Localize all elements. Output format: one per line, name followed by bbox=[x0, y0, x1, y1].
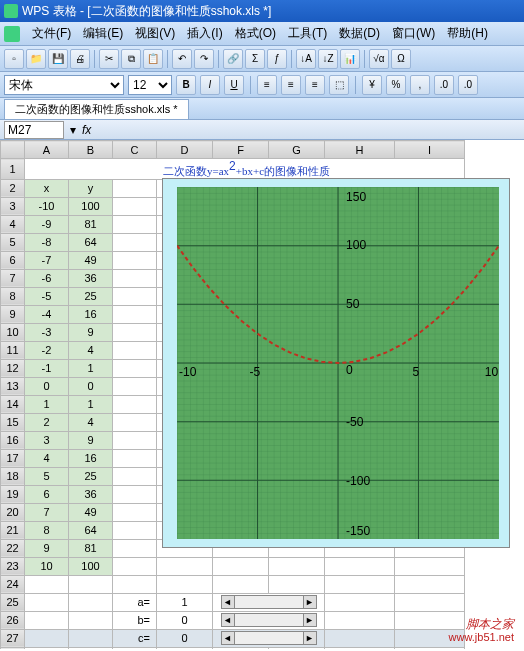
sort-asc-button[interactable]: ↓A bbox=[296, 49, 316, 69]
cell[interactable] bbox=[113, 557, 157, 575]
y-header[interactable]: y bbox=[69, 179, 113, 197]
y-cell[interactable]: 64 bbox=[69, 521, 113, 539]
underline-button[interactable]: U bbox=[224, 75, 244, 95]
x-cell[interactable]: 4 bbox=[25, 449, 69, 467]
equation-button[interactable]: √α bbox=[369, 49, 389, 69]
embedded-chart[interactable]: 15010050 0 -50-100-150 -10-5510 bbox=[162, 178, 510, 548]
y-cell[interactable]: 4 bbox=[69, 413, 113, 431]
row-header-1[interactable]: 1 bbox=[1, 159, 25, 180]
name-box[interactable]: M27 bbox=[4, 121, 64, 139]
row-header-27[interactable]: 27 bbox=[1, 629, 25, 647]
param-label[interactable]: a= bbox=[113, 593, 157, 611]
row-header-28[interactable]: 28 bbox=[1, 647, 25, 649]
row-header-17[interactable]: 17 bbox=[1, 449, 25, 467]
x-cell[interactable]: 10 bbox=[25, 557, 69, 575]
x-cell[interactable]: -10 bbox=[25, 197, 69, 215]
cell[interactable] bbox=[395, 647, 465, 649]
cell[interactable] bbox=[213, 647, 269, 649]
cell[interactable] bbox=[157, 647, 213, 649]
row-header-21[interactable]: 21 bbox=[1, 521, 25, 539]
y-cell[interactable]: 9 bbox=[69, 323, 113, 341]
x-cell[interactable]: 0 bbox=[25, 377, 69, 395]
cell[interactable] bbox=[25, 647, 69, 649]
menu-edit[interactable]: 编辑(E) bbox=[77, 23, 129, 44]
cell[interactable] bbox=[113, 449, 157, 467]
menu-format[interactable]: 格式(O) bbox=[229, 23, 282, 44]
undo-button[interactable]: ↶ bbox=[172, 49, 192, 69]
menu-file[interactable]: 文件(F) bbox=[26, 23, 77, 44]
col-header-D[interactable]: D bbox=[157, 141, 213, 159]
cell[interactable] bbox=[325, 575, 395, 593]
param-slider[interactable]: ◄► bbox=[213, 593, 325, 611]
y-cell[interactable]: 0 bbox=[69, 377, 113, 395]
row-header-15[interactable]: 15 bbox=[1, 413, 25, 431]
inc-decimal-button[interactable]: .0 bbox=[434, 75, 454, 95]
x-cell[interactable]: -4 bbox=[25, 305, 69, 323]
cell[interactable] bbox=[113, 269, 157, 287]
cell[interactable] bbox=[113, 287, 157, 305]
row-header-11[interactable]: 11 bbox=[1, 341, 25, 359]
row-header-14[interactable]: 14 bbox=[1, 395, 25, 413]
sort-desc-button[interactable]: ↓Z bbox=[318, 49, 338, 69]
param-slider[interactable]: ◄► bbox=[213, 629, 325, 647]
document-tab[interactable]: 二次函数的图像和性质sshok.xls * bbox=[4, 99, 189, 119]
cell[interactable] bbox=[25, 629, 69, 647]
open-button[interactable]: 📁 bbox=[26, 49, 46, 69]
chart-title-cell[interactable]: 二次函数y=ax2+bx+c的图像和性质 bbox=[25, 159, 465, 180]
param-value[interactable]: 0 bbox=[157, 611, 213, 629]
merge-button[interactable]: ⬚ bbox=[329, 75, 349, 95]
cell[interactable] bbox=[269, 647, 325, 649]
cell[interactable] bbox=[69, 575, 113, 593]
hyperlink-button[interactable]: 🔗 bbox=[223, 49, 243, 69]
bold-button[interactable]: B bbox=[176, 75, 196, 95]
param-value[interactable]: 1 bbox=[157, 593, 213, 611]
cell[interactable] bbox=[113, 305, 157, 323]
cell[interactable] bbox=[69, 629, 113, 647]
cell[interactable] bbox=[395, 593, 465, 611]
x-cell[interactable]: 5 bbox=[25, 467, 69, 485]
row-header-20[interactable]: 20 bbox=[1, 503, 25, 521]
menu-tools[interactable]: 工具(T) bbox=[282, 23, 333, 44]
row-header-23[interactable]: 23 bbox=[1, 557, 25, 575]
param-slider[interactable]: ◄► bbox=[213, 611, 325, 629]
col-header-I[interactable]: I bbox=[395, 141, 465, 159]
menu-insert[interactable]: 插入(I) bbox=[181, 23, 228, 44]
cell[interactable] bbox=[325, 611, 395, 629]
y-cell[interactable]: 16 bbox=[69, 305, 113, 323]
y-cell[interactable]: 36 bbox=[69, 485, 113, 503]
cell[interactable] bbox=[113, 377, 157, 395]
cell[interactable] bbox=[113, 647, 157, 649]
x-cell[interactable]: -3 bbox=[25, 323, 69, 341]
x-cell[interactable]: -9 bbox=[25, 215, 69, 233]
row-header-10[interactable]: 10 bbox=[1, 323, 25, 341]
chart-button[interactable]: 📊 bbox=[340, 49, 360, 69]
y-cell[interactable]: 25 bbox=[69, 467, 113, 485]
cell[interactable] bbox=[113, 251, 157, 269]
x-cell[interactable]: 7 bbox=[25, 503, 69, 521]
menu-window[interactable]: 窗口(W) bbox=[386, 23, 441, 44]
cell[interactable] bbox=[113, 215, 157, 233]
row-header-6[interactable]: 6 bbox=[1, 251, 25, 269]
col-header-C[interactable]: C bbox=[113, 141, 157, 159]
redo-button[interactable]: ↷ bbox=[194, 49, 214, 69]
new-button[interactable]: ▫ bbox=[4, 49, 24, 69]
cell[interactable] bbox=[157, 557, 213, 575]
percent-button[interactable]: % bbox=[386, 75, 406, 95]
x-cell[interactable]: -6 bbox=[25, 269, 69, 287]
cell[interactable] bbox=[325, 629, 395, 647]
x-cell[interactable]: 1 bbox=[25, 395, 69, 413]
row-header-5[interactable]: 5 bbox=[1, 233, 25, 251]
row-header-7[interactable]: 7 bbox=[1, 269, 25, 287]
sum-button[interactable]: Σ bbox=[245, 49, 265, 69]
col-header-F[interactable]: F bbox=[213, 141, 269, 159]
x-cell[interactable]: -5 bbox=[25, 287, 69, 305]
y-cell[interactable]: 100 bbox=[69, 197, 113, 215]
comma-button[interactable]: , bbox=[410, 75, 430, 95]
y-cell[interactable]: 9 bbox=[69, 431, 113, 449]
menu-view[interactable]: 视图(V) bbox=[129, 23, 181, 44]
x-cell[interactable]: 3 bbox=[25, 431, 69, 449]
cell[interactable] bbox=[113, 323, 157, 341]
cell[interactable] bbox=[113, 395, 157, 413]
row-header-19[interactable]: 19 bbox=[1, 485, 25, 503]
cell[interactable] bbox=[25, 593, 69, 611]
